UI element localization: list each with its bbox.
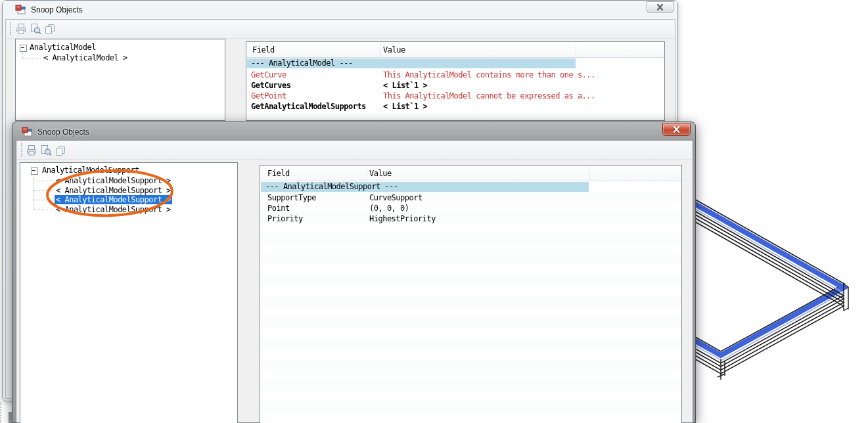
cell-field: GetAnalyticalModelSupports bbox=[251, 102, 366, 112]
toolbar-grip[interactable] bbox=[10, 22, 12, 35]
snoop-objects-window-front[interactable]: Snoop Objects bbox=[12, 122, 696, 423]
column-header-value[interactable]: Value bbox=[369, 169, 392, 178]
cell-field: Point bbox=[267, 204, 290, 213]
cell-value: CurveSupport bbox=[369, 193, 423, 203]
print-preview-icon[interactable] bbox=[40, 145, 52, 156]
print-icon[interactable] bbox=[15, 23, 27, 35]
window-title: Snoop Objects bbox=[37, 127, 89, 137]
tree-panel[interactable]: AnalyticalModelSupport < AnalyticalModel… bbox=[20, 162, 238, 423]
copy-icon[interactable] bbox=[55, 145, 66, 156]
cell-field: --- AnalyticalModel --- bbox=[251, 58, 353, 68]
copy-icon[interactable] bbox=[44, 23, 56, 35]
cell-field: GetPoint bbox=[251, 91, 286, 101]
cell-field: GetCurves bbox=[251, 81, 291, 91]
list-row[interactable]: SupportType CurveSupport bbox=[261, 193, 675, 203]
toolbar bbox=[17, 141, 692, 160]
tree-root[interactable]: AnalyticalModel bbox=[30, 43, 96, 52]
cell-value: < List`1 > bbox=[383, 102, 427, 112]
screen: { "colors": { "selection_blue": "#2276d9… bbox=[0, 0, 868, 423]
print-icon[interactable] bbox=[26, 145, 37, 156]
list-header: Field Value bbox=[247, 43, 664, 58]
list-row[interactable]: Point (0, 0, 0) bbox=[261, 204, 675, 213]
cell-field: --- AnalyticalModelSupport --- bbox=[265, 182, 398, 192]
list-row[interactable]: GetCurves < List`1 > bbox=[247, 81, 661, 91]
revit-3d-viewport[interactable] bbox=[683, 184, 868, 423]
tree-item[interactable]: < AnalyticalModelSupport > bbox=[55, 205, 172, 214]
cell-value: < List`1 > bbox=[383, 81, 427, 91]
print-preview-icon[interactable] bbox=[30, 23, 41, 35]
list-row[interactable]: GetAnalyticalModelSupports < List`1 > bbox=[247, 102, 661, 112]
tree-item[interactable]: < AnalyticalModelSupport > bbox=[55, 186, 172, 195]
cell-value: (0, 0, 0) bbox=[369, 204, 409, 213]
list-row[interactable]: GetCurve This AnalyticalModel contains m… bbox=[247, 70, 661, 80]
app-window-icon bbox=[15, 5, 26, 15]
cell-field: SupportType bbox=[267, 193, 316, 203]
toolbar bbox=[7, 20, 674, 39]
column-header-value[interactable]: Value bbox=[383, 45, 405, 55]
close-button[interactable] bbox=[647, 1, 674, 13]
cell-value: This AnalyticalModel contains more than … bbox=[383, 70, 595, 80]
list-row-section[interactable]: --- AnalyticalModel --- bbox=[247, 58, 576, 68]
list-row[interactable]: GetPoint This AnalyticalModel cannot be … bbox=[247, 91, 661, 101]
app-window-icon bbox=[22, 127, 32, 137]
titlebar[interactable]: Snoop Objects bbox=[12, 122, 695, 140]
tree-item[interactable]: < AnalyticalModel > bbox=[42, 53, 129, 62]
client-area: AnalyticalModelSupport < AnalyticalModel… bbox=[16, 140, 693, 423]
field-value-list[interactable]: Field Value --- AnalyticalModelSupport -… bbox=[260, 165, 682, 423]
tree-item[interactable]: < AnalyticalModelSupport > bbox=[55, 176, 172, 185]
column-header-field[interactable]: Field bbox=[252, 45, 275, 55]
close-icon bbox=[663, 123, 690, 135]
tree-panel[interactable]: AnalyticalModel < AnalyticalModel > bbox=[15, 39, 225, 121]
tree-item-selected[interactable]: < AnalyticalModelSupport > bbox=[55, 195, 172, 204]
toolbar-grip[interactable] bbox=[21, 143, 24, 156]
background-dotted-edge bbox=[0, 402, 3, 423]
cell-field: GetCurve bbox=[251, 70, 286, 80]
close-button[interactable] bbox=[662, 123, 691, 136]
field-value-list[interactable]: Field Value --- AnalyticalModel --- GetC… bbox=[246, 41, 665, 121]
cell-value: This AnalyticalModel cannot be expressed… bbox=[383, 91, 595, 101]
list-row[interactable]: Priority HighestPriority bbox=[261, 214, 675, 224]
close-icon bbox=[647, 2, 673, 12]
list-row-section[interactable]: --- AnalyticalModelSupport --- bbox=[261, 182, 589, 192]
list-header: Field Value bbox=[261, 166, 681, 181]
titlebar[interactable]: Snoop Objects bbox=[3, 1, 677, 18]
window-title: Snoop Objects bbox=[31, 5, 83, 14]
tree-root[interactable]: AnalyticalModelSupport bbox=[42, 166, 139, 175]
cell-field: Priority bbox=[267, 214, 303, 224]
column-header-field[interactable]: Field bbox=[267, 169, 290, 178]
cell-value: HighestPriority bbox=[369, 214, 436, 224]
